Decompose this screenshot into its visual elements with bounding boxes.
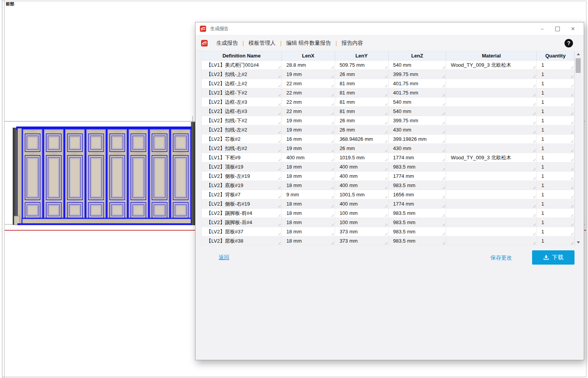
cell-resize-grip-icon[interactable] [532, 195, 536, 198]
cell-resize-grip-icon[interactable] [330, 186, 334, 189]
table-cell-definition-name[interactable]: 【LV2】扣线-右#2 [202, 144, 282, 153]
table-cell-quantity[interactable]: 1 [537, 190, 575, 199]
table-cell-leny[interactable]: 26 mm [335, 125, 389, 135]
table-cell-lenz[interactable]: 399.75 mm [389, 70, 446, 79]
table-cell-material[interactable] [446, 209, 537, 218]
cell-resize-grip-icon[interactable] [441, 158, 445, 161]
cell-resize-grip-icon[interactable] [441, 93, 445, 96]
table-cell-quantity[interactable]: 1 [537, 236, 575, 246]
cell-resize-grip-icon[interactable] [384, 65, 388, 69]
table-cell-quantity[interactable]: 1 [537, 107, 575, 116]
table-cell-lenz[interactable]: 1656 mm [389, 190, 446, 199]
back-link[interactable]: 返回 [219, 254, 229, 261]
table-cell-quantity[interactable]: 1 [537, 70, 575, 79]
cell-resize-grip-icon[interactable] [384, 176, 388, 180]
table-cell-quantity[interactable]: 1 [537, 135, 575, 144]
cell-resize-grip-icon[interactable] [532, 102, 536, 106]
table-cell-definition-name[interactable]: 【LV2】侧板-左#19 [202, 172, 282, 181]
cell-resize-grip-icon[interactable] [532, 167, 536, 170]
cell-resize-grip-icon[interactable] [330, 232, 334, 235]
cell-resize-grip-icon[interactable] [384, 186, 388, 189]
cell-resize-grip-icon[interactable] [532, 241, 536, 245]
table-cell-material[interactable] [446, 107, 537, 116]
table-cell-definition-name[interactable]: 【LV2】边框-上#2 [202, 79, 282, 88]
table-cell-leny[interactable]: 509.75 mm [335, 61, 389, 70]
table-cell-lenz[interactable]: 983.5 mm [389, 218, 446, 227]
cell-resize-grip-icon[interactable] [532, 130, 536, 133]
table-cell-definition-name[interactable]: 【LV2】侧板-右#19 [202, 199, 282, 209]
table-cell-definition-name[interactable]: 【LV2】扣线-下#2 [202, 116, 282, 125]
table-cell-leny[interactable]: 81 mm [335, 79, 389, 88]
table-cell-lenz[interactable]: 399.19826 mm [389, 135, 446, 144]
cell-resize-grip-icon[interactable] [532, 176, 536, 180]
table-cell-definition-name[interactable]: 【LV2】芯板#2 [202, 135, 282, 144]
table-cell-lenz[interactable]: 983.5 mm [389, 227, 446, 236]
table-cell-material[interactable] [446, 218, 537, 227]
cell-resize-grip-icon[interactable] [570, 102, 573, 106]
cell-resize-grip-icon[interactable] [384, 148, 388, 152]
cell-resize-grip-icon[interactable] [384, 223, 388, 226]
cell-resize-grip-icon[interactable] [570, 213, 573, 217]
table-cell-definition-name[interactable]: 【LV1】下柜#9 [202, 153, 282, 162]
dialog-titlebar[interactable]: 生成报告 – ✕ [195, 22, 584, 35]
cell-resize-grip-icon[interactable] [441, 232, 445, 235]
table-cell-lenx[interactable]: 18 mm [282, 199, 335, 209]
cell-resize-grip-icon[interactable] [277, 102, 281, 106]
cell-resize-grip-icon[interactable] [330, 223, 334, 226]
table-cell-lenx[interactable]: 22 mm [282, 79, 335, 88]
table-cell-lenz[interactable]: 1774 mm [389, 199, 446, 209]
table-cell-lenx[interactable]: 19 mm [282, 125, 335, 135]
cell-resize-grip-icon[interactable] [277, 74, 281, 78]
table-cell-leny[interactable]: 400 mm [335, 162, 389, 172]
table-cell-material[interactable] [446, 135, 537, 144]
cell-resize-grip-icon[interactable] [532, 204, 536, 208]
cell-resize-grip-icon[interactable] [441, 148, 445, 152]
cell-resize-grip-icon[interactable] [570, 158, 573, 161]
table-cell-material[interactable] [446, 70, 537, 79]
cell-resize-grip-icon[interactable] [277, 130, 281, 133]
cell-resize-grip-icon[interactable] [330, 84, 334, 87]
table-cell-lenx[interactable]: 18 mm [282, 236, 335, 246]
cell-resize-grip-icon[interactable] [441, 121, 445, 124]
table-cell-lenz[interactable]: 540 mm [389, 107, 446, 116]
cell-resize-grip-icon[interactable] [384, 121, 388, 124]
table-cell-definition-name[interactable]: 【LV2】扣线-左#2 [202, 125, 282, 135]
table-cell-definition-name[interactable]: 【LV2】踢脚板-前#4 [202, 209, 282, 218]
cell-resize-grip-icon[interactable] [532, 111, 536, 115]
table-cell-quantity[interactable]: 1 [537, 199, 575, 209]
table-cell-leny[interactable]: 400 mm [335, 172, 389, 181]
table-cell-lenz[interactable]: 983.5 mm [389, 209, 446, 218]
table-cell-lenz[interactable]: 1774 mm [389, 172, 446, 181]
table-scrollbar[interactable] [575, 51, 581, 246]
table-cell-definition-name[interactable]: 【LV2】边框-左#3 [202, 98, 282, 107]
menu-item-3[interactable]: 报告内容 [341, 40, 364, 47]
table-cell-definition-name[interactable]: 【LV2】层板#37 [202, 227, 282, 236]
cabinet-model[interactable] [13, 122, 195, 225]
cell-resize-grip-icon[interactable] [532, 84, 536, 87]
cell-resize-grip-icon[interactable] [570, 148, 573, 152]
cell-resize-grip-icon[interactable] [384, 139, 388, 143]
cell-resize-grip-icon[interactable] [441, 84, 445, 87]
cell-resize-grip-icon[interactable] [532, 74, 536, 78]
cell-resize-grip-icon[interactable] [570, 176, 573, 180]
close-button[interactable]: ✕ [565, 24, 581, 34]
cell-resize-grip-icon[interactable] [277, 84, 281, 87]
cell-resize-grip-icon[interactable] [330, 139, 334, 143]
cell-resize-grip-icon[interactable] [441, 213, 445, 217]
cell-resize-grip-icon[interactable] [441, 74, 445, 78]
cell-resize-grip-icon[interactable] [330, 213, 334, 217]
cell-resize-grip-icon[interactable] [441, 130, 445, 133]
table-cell-material[interactable] [446, 236, 537, 246]
cell-resize-grip-icon[interactable] [570, 74, 573, 78]
cell-resize-grip-icon[interactable] [330, 167, 334, 170]
cell-resize-grip-icon[interactable] [384, 102, 388, 106]
cell-resize-grip-icon[interactable] [330, 176, 334, 180]
table-cell-material[interactable] [446, 88, 537, 98]
table-cell-material[interactable] [446, 162, 537, 172]
cell-resize-grip-icon[interactable] [570, 130, 573, 133]
table-cell-leny[interactable]: 81 mm [335, 98, 389, 107]
table-cell-lenz[interactable]: 401.75 mm [389, 88, 446, 98]
cell-resize-grip-icon[interactable] [570, 241, 573, 245]
table-cell-material[interactable] [446, 181, 537, 190]
cell-resize-grip-icon[interactable] [384, 213, 388, 217]
